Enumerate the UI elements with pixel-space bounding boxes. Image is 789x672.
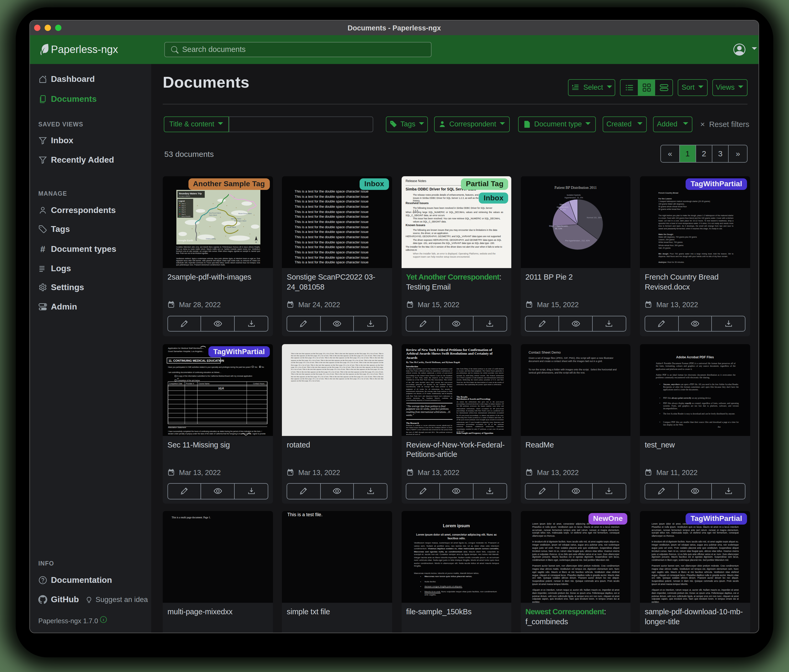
svg-text:Washington Island: Washington Island <box>234 220 246 221</box>
svg-text:Hypertension, 31, 6%: Hypertension, 31, 6% <box>564 196 583 199</box>
svg-text:Day 6: Day 6 <box>181 213 185 215</box>
svg-text:declare under penalty of perju: declare under penalty of perjury under t… <box>168 433 266 435</box>
svg-text:Legend: Legend <box>179 200 185 202</box>
svg-text:Charles Island: Charles Island <box>206 238 215 239</box>
svg-text:44, 9%: 44, 9% <box>560 209 565 211</box>
svg-text:New Found Island: New Found Island <box>209 212 220 213</box>
svg-text:Day 1: Day 1 <box>181 202 185 204</box>
svg-text:No: No <box>262 366 264 368</box>
svg-text:I have successfully completed: I have successfully completed the hours … <box>168 430 262 432</box>
svg-text:65, 13%: 65, 13% <box>555 228 562 230</box>
svg-text:Application for Medical Staff: Application for Medical Staff Members— <box>168 347 204 349</box>
svg-text:Stage 1 Hypertension,: Stage 1 Hypertension, <box>549 225 568 227</box>
svg-text:Google Earth: Google Earth <box>178 239 193 242</box>
svg-text:Yes: Yes <box>254 366 257 368</box>
svg-text:Day 4: Day 4 <box>181 209 185 210</box>
svg-text:Patient BP Distribution 2011: Patient BP Distribution 2011 <box>554 186 597 189</box>
svg-text:Contact Hours: Contact Hours <box>253 382 265 384</box>
svg-text:Pre-hypertension,. 212, 42%: Pre-hypertension,. 212, 42% <box>565 239 590 242</box>
svg-text:or: or <box>177 377 179 379</box>
svg-text:Half Dog Island: Half Dog Island <box>231 218 241 219</box>
svg-text:Day 2: Day 2 <box>181 205 185 206</box>
svg-text:Boundary Waters Trip: Boundary Waters Trip <box>179 192 201 194</box>
svg-text:Normal 151, 38%: Normal 151, 38% <box>587 217 602 219</box>
svg-text:Day 3: Day 3 <box>181 207 185 208</box>
svg-text:Garty Island: Garty Island <box>209 214 217 216</box>
svg-text:Day 5: Day 5 <box>181 211 185 212</box>
svg-text:X: X <box>259 366 260 368</box>
svg-text:Completion Date: Completion Date <box>169 382 182 385</box>
svg-text:Candle Island: Candle Island <box>227 226 235 228</box>
svg-text:I am submitting documentation: I am submitting documentation of continu… <box>168 371 222 373</box>
svg-text:Attestation Statement: Attestation Statement <box>168 426 186 428</box>
svg-text:©2022 Maps: ©2022 Maps <box>178 242 185 244</box>
svg-text:Completion of the grid below: Completion of the grid below <box>177 379 200 381</box>
svg-text:Have you participated in CME a: Have you participated in CME activities … <box>168 366 251 368</box>
svg-text:Provider #: Provider # <box>186 382 194 384</box>
svg-text:Isolated Systolic: Isolated Systolic <box>567 194 581 196</box>
svg-text:Entry Point34: Entry Point34 <box>181 215 190 217</box>
svg-text:Stage 2: Stage 2 <box>559 203 566 205</box>
svg-text:Course Name: Course Name <box>198 382 209 384</box>
svg-text:N\A: N\A <box>218 386 224 390</box>
svg-text:Good Samaritan Hospital, Los A: Good Samaritan Hospital, Los Angeles... <box>168 350 204 352</box>
svg-text:Hypertension,: Hypertension, <box>557 206 569 208</box>
svg-text:A copy of the information subm: A copy of the information submitted to t… <box>177 375 252 377</box>
svg-text:Moose Grove Island: Moose Grove Island <box>238 212 251 214</box>
svg-text:Six days in BWCA: Six days in BWCA <box>179 195 190 197</box>
